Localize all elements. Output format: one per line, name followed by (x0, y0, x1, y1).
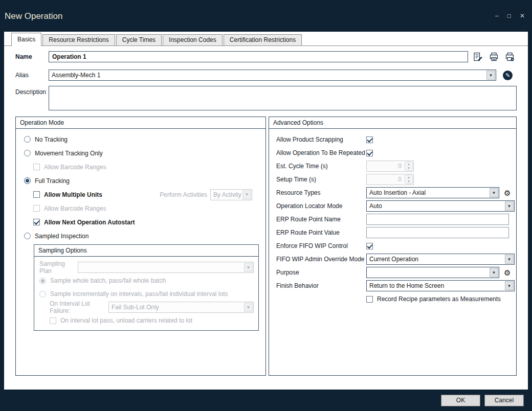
purpose-gear-icon[interactable]: ⚙ (504, 269, 511, 277)
advanced-options-group: Advanced Options Allow Product Scrapping… (269, 117, 517, 376)
operation-mode-group: Operation Mode No Tracking Movement Trac… (15, 117, 266, 376)
purpose-label: Purpose (276, 269, 366, 276)
purpose-combobox[interactable]: ▼ (366, 267, 499, 278)
finish-behavior-combobox[interactable]: Return to the Home Screen ▼ (366, 280, 515, 291)
enforce-fifo-label: Enforce FIFO WIP Control (276, 242, 366, 249)
tab-basics[interactable]: Basics (11, 33, 41, 46)
purpose-dropdown-arrow-icon[interactable]: ▼ (490, 268, 498, 277)
allow-barcode-ranges-movement-checkbox (33, 164, 40, 170)
est-cycle-time-value: 0 (367, 163, 404, 170)
edit-document-icon[interactable] (473, 52, 483, 62)
minimize-icon[interactable]: – (495, 12, 499, 19)
on-interval-lot-failure-value: Fail Sub-Lot Only (109, 304, 243, 311)
alias-combobox[interactable]: ▼ (49, 70, 496, 81)
operation-mode-body: No Tracking Movement Tracking Only Allow… (16, 129, 265, 331)
est-cycle-time-label: Est. Cycle Time (s) (276, 163, 366, 170)
allow-product-scrapping-row: Allow Product Scrapping (276, 133, 509, 146)
allow-multiple-units-label: Allow Multiple Units (44, 191, 102, 198)
full-tracking-radio[interactable] (24, 177, 31, 184)
est-cycle-time-spin-buttons: ▲ ▼ (405, 162, 413, 171)
resource-types-dropdown-arrow-icon[interactable]: ▼ (490, 188, 498, 197)
description-textarea[interactable] (49, 86, 517, 110)
allow-product-scrapping-checkbox[interactable] (366, 136, 373, 143)
edit-alias-icon[interactable]: ✎ (503, 71, 513, 80)
record-recipe-label: Record Recipe parameters as Measurements (377, 295, 501, 303)
no-tracking-radio[interactable] (24, 136, 31, 143)
erp-route-point-value-input[interactable] (366, 227, 509, 238)
spin-down-icon: ▼ (405, 166, 412, 170)
alias-input[interactable] (49, 72, 486, 79)
window-title: New Operation (5, 11, 62, 21)
operation-mode-title: Operation Mode (16, 117, 265, 129)
window-controls: – □ ✕ (495, 12, 525, 19)
allow-operation-repeated-checkbox[interactable] (366, 150, 373, 156)
sampled-inspection-option[interactable]: Sampled Inspection (16, 229, 265, 243)
resource-types-combobox[interactable]: Auto Insertion - Axial ▼ (366, 187, 499, 198)
enforce-fifo-checkbox[interactable] (366, 243, 373, 249)
sample-incrementally-option: Sample incrementally on intervals, pass/… (34, 287, 258, 301)
description-label: Description (15, 86, 49, 96)
allow-multiple-units-option: Allow Multiple Units Perform Activities … (16, 188, 265, 201)
operation-locator-mode-dropdown-arrow-icon[interactable]: ▼ (505, 201, 514, 211)
resource-types-value: Auto Insertion - Axial (367, 189, 489, 196)
allow-next-operation-autostart-label: Allow Next Operation Autostart (44, 219, 135, 226)
fifo-override-dropdown-arrow-icon[interactable]: ▼ (505, 255, 514, 264)
finish-behavior-value: Return to the Home Screen (367, 282, 504, 289)
titlebar: New Operation – □ ✕ (0, 0, 532, 32)
sample-whole-batch-option: Sample whole batch, pass/fail whole batc… (34, 274, 258, 287)
allow-barcode-ranges-full-label: Allow Barcode Ranges (44, 205, 106, 212)
print-icon[interactable] (489, 52, 499, 62)
tab-certification-restrictions[interactable]: Certification Restrictions (224, 34, 302, 45)
finish-behavior-dropdown-arrow-icon[interactable]: ▼ (505, 281, 514, 290)
sampling-options-title: Sampling Options (34, 245, 258, 257)
maximize-icon[interactable]: □ (507, 12, 511, 19)
full-tracking-label: Full Tracking (35, 177, 70, 185)
dialog-footer: OK Cancel (0, 390, 532, 411)
est-cycle-time-row: Est. Cycle Time (s) 0 ▲ ▼ (276, 159, 509, 173)
cancel-button[interactable]: Cancel (484, 395, 524, 406)
allow-barcode-ranges-full-option: Allow Barcode Ranges (16, 201, 265, 215)
description-row: Description (15, 86, 519, 110)
fifo-override-label: FIFO WIP Admin Override Mode (276, 256, 366, 263)
movement-tracking-label: Movement Tracking Only (35, 150, 103, 157)
tab-resource-restrictions[interactable]: Resource Restrictions (42, 34, 115, 45)
tab-inspection-codes[interactable]: Inspection Codes (163, 34, 223, 45)
no-tracking-option[interactable]: No Tracking (16, 132, 265, 146)
perform-activities-label: Perform Activities (160, 191, 207, 198)
movement-tracking-radio[interactable] (24, 150, 31, 156)
operation-locator-mode-combobox[interactable]: Auto ▼ (366, 200, 515, 212)
allow-next-operation-autostart-checkbox[interactable] (33, 219, 40, 225)
allow-operation-repeated-row: Allow Operation To Be Repeated (276, 146, 509, 159)
resource-types-gear-icon[interactable]: ⚙ (504, 189, 511, 197)
enforce-fifo-row: Enforce FIFO WIP Control (276, 239, 509, 253)
finish-behavior-label: Finish Behavior (276, 282, 366, 289)
ok-button[interactable]: OK (441, 395, 480, 406)
advanced-options-body: Allow Product Scrapping Allow Operation … (269, 129, 516, 306)
operation-locator-mode-row: Operation Locator Mode Auto ▼ (276, 199, 509, 213)
full-tracking-option[interactable]: Full Tracking (16, 174, 265, 188)
tab-cycle-times[interactable]: Cycle Times (116, 34, 162, 45)
setup-time-row: Setup Time (s) 0 ▲ ▼ (276, 173, 509, 186)
setup-time-spinner: 0 ▲ ▼ (366, 174, 414, 185)
name-input[interactable] (49, 51, 468, 62)
erp-route-point-name-row: ERP Route Point Name (276, 213, 509, 226)
close-icon[interactable]: ✕ (520, 12, 525, 19)
alias-dropdown-arrow-icon[interactable]: ▼ (486, 71, 495, 80)
movement-tracking-option[interactable]: Movement Tracking Only (16, 146, 265, 160)
operation-locator-mode-value: Auto (367, 202, 504, 210)
print-settings-icon[interactable] (505, 52, 515, 62)
erp-route-point-name-input[interactable] (366, 214, 509, 225)
sampled-inspection-radio[interactable] (24, 233, 31, 239)
fifo-override-combobox[interactable]: Current Operation ▼ (366, 254, 515, 265)
sample-whole-batch-label: Sample whole batch, pass/fail whole batc… (50, 277, 166, 284)
setup-time-spin-buttons: ▲ ▼ (405, 175, 413, 184)
tabstrip-divider (4, 45, 528, 46)
sample-incrementally-label: Sample incrementally on intervals, pass/… (50, 290, 228, 298)
record-recipe-row: Record Recipe parameters as Measurements (276, 292, 509, 306)
allow-multiple-units-checkbox[interactable] (33, 191, 40, 198)
perform-activities-combobox: By Activity ▼ (210, 189, 252, 200)
record-recipe-checkbox[interactable] (366, 296, 373, 303)
fifo-override-row: FIFO WIP Admin Override Mode Current Ope… (276, 253, 509, 266)
tabstrip: Basics Resource Restrictions Cycle Times… (11, 32, 303, 45)
allow-product-scrapping-label: Allow Product Scrapping (276, 136, 366, 143)
